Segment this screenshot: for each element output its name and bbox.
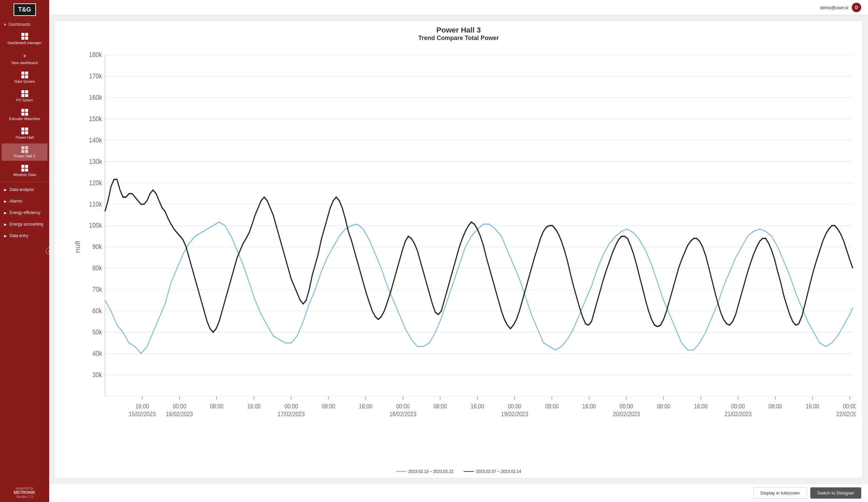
chart-sub-title: Trend Compare Total Power bbox=[61, 34, 856, 42]
grid-icon bbox=[21, 109, 28, 116]
svg-text:70k: 70k bbox=[92, 285, 102, 294]
svg-text:19/02/2023: 19/02/2023 bbox=[501, 410, 528, 418]
dashboards-toggle[interactable]: ▼ Dashboards bbox=[0, 19, 49, 30]
main-content: demo@user.si D Power Hall 3 Trend Compar… bbox=[49, 0, 868, 502]
sidebar-item-alarms[interactable]: ▶ Alarms bbox=[0, 195, 49, 207]
sidebar-item-energy-efficiency[interactable]: ▶ Energy efficiency bbox=[0, 207, 49, 218]
grid-icon bbox=[21, 165, 28, 172]
chart-container: Power Hall 3 Trend Compare Total Power n… bbox=[49, 15, 868, 483]
arrow-icon: ▶ bbox=[4, 199, 7, 203]
svg-text:16:00: 16:00 bbox=[135, 403, 149, 410]
dashboards-label: Dashboards bbox=[9, 22, 31, 27]
sidebar-item-label: Extruder Maschine bbox=[9, 117, 40, 121]
sidebar-item-label: Start Screen bbox=[14, 79, 35, 83]
grid-icon bbox=[21, 72, 28, 78]
svg-text:00:00: 00:00 bbox=[731, 403, 745, 410]
arrow-icon: ▶ bbox=[4, 188, 7, 192]
metronik-brand: METRONIK bbox=[3, 490, 46, 495]
main-chart-svg: null bbox=[75, 48, 856, 446]
switch-to-designer-button[interactable]: Switch to Designer bbox=[810, 488, 861, 499]
logo: T&G bbox=[13, 3, 36, 16]
section-label: Data entry bbox=[10, 233, 28, 238]
svg-text:22/02/2023: 22/02/2023 bbox=[836, 410, 856, 418]
svg-text:120k: 120k bbox=[89, 178, 102, 186]
svg-text:00:00: 00:00 bbox=[508, 403, 521, 410]
chart-svg-container: null bbox=[55, 44, 862, 467]
sidebar-item-label: Dashboard manager bbox=[8, 41, 41, 45]
grid-icon bbox=[21, 90, 28, 97]
sidebar-item-weather-data[interactable]: Weather Data bbox=[2, 162, 48, 180]
svg-text:20/02/2023: 20/02/2023 bbox=[613, 410, 640, 418]
arrow-icon: ▶ bbox=[4, 223, 7, 226]
sidebar-collapse-button[interactable]: ◀ bbox=[46, 247, 49, 255]
sidebar-item-power-hall-3[interactable]: Power Hall 3 bbox=[2, 143, 48, 161]
svg-text:16/02/2023: 16/02/2023 bbox=[166, 410, 193, 418]
svg-text:80k: 80k bbox=[92, 264, 102, 272]
svg-text:130k: 130k bbox=[89, 157, 102, 165]
sidebar-item-data-analysis[interactable]: ▶ Data analysis bbox=[0, 184, 49, 195]
svg-text:08:00: 08:00 bbox=[657, 403, 670, 410]
svg-text:16:00: 16:00 bbox=[471, 403, 484, 410]
arrow-icon: ▶ bbox=[4, 234, 7, 238]
dark-chart-line bbox=[105, 180, 853, 332]
svg-text:60k: 60k bbox=[92, 307, 102, 315]
svg-text:50k: 50k bbox=[92, 328, 102, 336]
svg-text:00:00: 00:00 bbox=[285, 403, 298, 410]
arrow-icon: ▶ bbox=[4, 211, 7, 215]
svg-text:08:00: 08:00 bbox=[768, 403, 782, 410]
sidebar-item-power-hall[interactable]: Power Hall bbox=[2, 125, 48, 142]
svg-text:16:00: 16:00 bbox=[694, 403, 707, 410]
svg-text:40k: 40k bbox=[92, 349, 102, 357]
svg-text:16:00: 16:00 bbox=[806, 403, 819, 410]
svg-text:null: null bbox=[75, 241, 81, 253]
sidebar-item-data-entry[interactable]: ▶ Data entry bbox=[0, 230, 49, 242]
svg-text:18/02/2023: 18/02/2023 bbox=[390, 410, 416, 418]
svg-text:00:00: 00:00 bbox=[173, 403, 186, 410]
svg-text:16:00: 16:00 bbox=[247, 403, 261, 410]
logo-area: T&G bbox=[0, 0, 49, 19]
svg-text:21/02/2023: 21/02/2023 bbox=[724, 410, 752, 418]
svg-text:00:00: 00:00 bbox=[396, 403, 410, 410]
section-label: Data analysis bbox=[10, 187, 34, 192]
legend-item-dark: 2023.02.07 – 2023.02.14 bbox=[464, 469, 521, 474]
sidebar-item-start-screen[interactable]: Start Screen bbox=[2, 69, 48, 86]
svg-text:16:00: 16:00 bbox=[582, 403, 596, 410]
svg-text:140k: 140k bbox=[89, 136, 102, 144]
sidebar-item-new-dashboard[interactable]: ＋ New dashboard bbox=[2, 49, 48, 68]
chart-title-area: Power Hall 3 Trend Compare Total Power bbox=[55, 21, 862, 44]
svg-text:00:00: 00:00 bbox=[620, 403, 633, 410]
sidebar: T&G ▼ Dashboards Dashboard manager ＋ New… bbox=[0, 0, 49, 502]
svg-text:08:00: 08:00 bbox=[545, 403, 559, 410]
svg-text:180k: 180k bbox=[89, 51, 102, 59]
sidebar-footer: powered by METRONIK Version 1.5 bbox=[0, 483, 49, 502]
legend-line-dark bbox=[464, 471, 474, 472]
chart-wrapper: Power Hall 3 Trend Compare Total Power n… bbox=[54, 20, 863, 478]
sidebar-item-pv-system[interactable]: PV Sytem bbox=[2, 88, 48, 105]
sidebar-item-label: New dashboard bbox=[11, 61, 38, 65]
plus-icon: ＋ bbox=[22, 52, 28, 60]
svg-text:30k: 30k bbox=[92, 370, 102, 379]
sidebar-item-dashboard-manager[interactable]: Dashboard manager bbox=[2, 30, 48, 48]
powered-by-label: powered by bbox=[3, 486, 46, 490]
svg-text:08:00: 08:00 bbox=[434, 403, 447, 410]
svg-text:110k: 110k bbox=[89, 200, 102, 208]
topbar: demo@user.si D bbox=[49, 0, 868, 15]
grid-icon bbox=[21, 127, 28, 134]
sidebar-sections: ▶ Data analysis ▶ Alarms ▶ Energy effici… bbox=[0, 182, 49, 242]
legend-line-blue bbox=[396, 471, 406, 472]
user-email: demo@user.si bbox=[820, 5, 848, 10]
svg-text:00:00: 00:00 bbox=[843, 403, 856, 410]
sidebar-item-label: PV Sytem bbox=[16, 98, 33, 102]
section-label: Energy accounting bbox=[10, 222, 43, 227]
svg-text:150k: 150k bbox=[89, 114, 102, 122]
user-info: demo@user.si D bbox=[820, 3, 861, 12]
svg-text:17/02/2023: 17/02/2023 bbox=[278, 410, 305, 418]
bottombar: Display in fullscreen Switch to Designer bbox=[49, 483, 868, 502]
svg-text:16:00: 16:00 bbox=[359, 403, 372, 410]
sidebar-item-energy-accounting[interactable]: ▶ Energy accounting bbox=[0, 218, 49, 230]
legend-label-dark: 2023.02.07 – 2023.02.14 bbox=[476, 469, 521, 474]
version-label: Version 1.5 bbox=[3, 495, 46, 499]
svg-text:08:00: 08:00 bbox=[210, 403, 224, 410]
sidebar-item-extruder-maschine[interactable]: Extruder Maschine bbox=[2, 106, 48, 123]
fullscreen-button[interactable]: Display in fullscreen bbox=[753, 488, 807, 499]
